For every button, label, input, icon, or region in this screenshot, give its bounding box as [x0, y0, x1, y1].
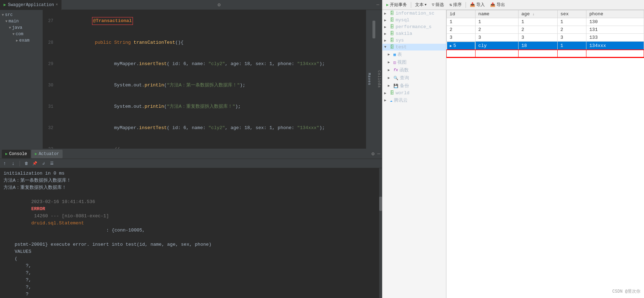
file-exam[interactable]: ▶ exam	[0, 37, 43, 44]
tree-item-queries[interactable]: ▶ 🔍 查询	[382, 74, 446, 82]
cell-sex: 3	[557, 34, 586, 42]
tree-item-test[interactable]: ▼ 🗄 test	[382, 44, 446, 50]
file-main[interactable]: ▼ main	[0, 18, 43, 25]
error-level: ERROR	[31, 206, 45, 212]
colloda-strip[interactable]: Colloda	[376, 10, 382, 149]
cell-sex-selected: 1	[557, 42, 586, 50]
console-output-area: initialization in 0 ms 方法A：第一条数据拆入数据库！ 方…	[0, 168, 379, 298]
col-header-id[interactable]: id	[447, 10, 476, 18]
tree-item-functions[interactable]: ▶ fx 函数	[382, 66, 446, 74]
wrap-btn[interactable]: ↲	[41, 161, 46, 166]
pin-btn[interactable]: 📌	[32, 161, 38, 166]
cell-phone-selected: 134xxx	[586, 42, 644, 50]
import-label: 导入	[476, 2, 485, 8]
data-table: id name age ↓ sex phone	[446, 10, 644, 57]
console-line-q5: ?	[4, 291, 376, 298]
tree-item-tencent[interactable]: ▶ ☁ 腾讯云	[382, 96, 446, 104]
exam-arrow: ▶	[16, 38, 18, 43]
filter-icon-db: ▽	[432, 2, 434, 7]
sort-icon: ⇅	[449, 2, 452, 7]
col-header-name[interactable]: name	[475, 10, 518, 18]
console-tab[interactable]: ▶ Console	[2, 150, 31, 158]
db-icon-sakila: 🗄	[390, 31, 394, 36]
table-row[interactable]: 3 3 3 3 133	[447, 34, 644, 42]
mysql-label: mysql	[396, 17, 409, 23]
header-row: id name age ↓ sex phone	[447, 10, 644, 18]
code-editor[interactable]: 27 @Transactional 28 public String trans…	[43, 10, 376, 149]
line-num-31: 31	[43, 103, 57, 110]
tree-item-information[interactable]: ▶ 🗄 information_sc	[382, 10, 446, 17]
tree-item-performance[interactable]: ▶ 🗄 performance_s	[382, 23, 446, 30]
actuator-tab[interactable]: ▶ Actuator	[31, 150, 63, 158]
begin-transaction-icon: ▶	[386, 2, 389, 7]
console-line-open: (	[4, 255, 376, 262]
table-row[interactable]: 1 1 1 1 130	[447, 18, 644, 26]
import-btn[interactable]: 📥 导入	[468, 1, 487, 9]
col-header-age[interactable]: age ↓	[519, 10, 558, 18]
swagger-tab-close[interactable]: ×	[56, 3, 58, 7]
console-minimize-icon[interactable]: ─	[377, 151, 380, 157]
bottom-console: ▶ Console ▶ Actuator ⚙ ─ ↑ ↓ 🗑 📌 ↲ ☰	[0, 149, 382, 298]
clear-btn[interactable]: 🗑	[23, 161, 29, 166]
cell-name: 1	[475, 18, 518, 26]
tree-item-mysql[interactable]: ▶ 🗄 mysql	[382, 17, 446, 23]
col-header-phone[interactable]: phone	[586, 10, 644, 18]
tree-item-backup[interactable]: ▶ 💾 备份	[382, 82, 446, 90]
text-label: 文本	[415, 2, 424, 8]
col-header-sex[interactable]: sex	[557, 10, 586, 18]
scroll-up-btn[interactable]: ↑	[2, 161, 7, 166]
src-arrow: ▼	[2, 13, 4, 17]
db-icon-test: 🗄	[390, 44, 394, 50]
table-row-selected[interactable]: ▶5 cly 18 1 134xxx	[447, 42, 644, 50]
right-panel: ▶ 开始事务 文本 ▼ ▽ 筛选 ⇅ 排序 📥 导入 📤 导出	[382, 0, 644, 298]
sys-label: sys	[396, 38, 404, 43]
line-num-32: 32	[43, 124, 57, 132]
code-line-28: 28 public String transCationTest(){	[43, 32, 376, 53]
info-arrow: ▶	[384, 11, 388, 16]
table-row-empty[interactable]	[447, 50, 644, 57]
begin-transaction-btn[interactable]: ▶ 开始事务	[384, 1, 409, 9]
transactional-annotation: @Transactional	[92, 17, 133, 25]
db-tree-scroll[interactable]: ▶ 🗄 information_sc ▶ 🗄 mysql ▶ 🗄 perform…	[382, 10, 446, 298]
editor-settings-icon[interactable]: ⚙	[215, 2, 223, 8]
age-sort-icon: ↓	[532, 12, 535, 16]
cell-name: 3	[475, 34, 518, 42]
line-content-28: public String transCationTest(){	[60, 32, 376, 53]
perf-label: performance_s	[396, 24, 431, 30]
swagger-tab-icon: ▶	[4, 2, 6, 7]
file-src[interactable]: ▼ src	[0, 12, 43, 18]
line-num-30: 30	[43, 82, 57, 89]
col-sex-label: sex	[560, 11, 569, 17]
text-btn[interactable]: 文本 ▼	[413, 1, 429, 9]
export-btn[interactable]: 📤 导出	[488, 1, 507, 9]
console-gear-icon[interactable]: ⚙	[371, 151, 374, 157]
console-line-q1: ?,	[4, 262, 376, 270]
filter-btn-db[interactable]: ▽ 筛选	[430, 1, 446, 9]
maven-sidebar[interactable]: Maven	[366, 10, 372, 149]
cell-age-empty	[519, 50, 558, 57]
tree-item-tables[interactable]: ▶ ▦ 表	[382, 50, 446, 58]
code-scrollbar[interactable]	[372, 10, 376, 149]
db-table-area[interactable]: id name age ↓ sex phone	[446, 10, 644, 298]
file-com[interactable]: ▼ com	[0, 31, 43, 37]
tree-item-world[interactable]: ▶ 🗄 world	[382, 90, 446, 96]
cell-name-empty	[475, 50, 518, 57]
editor-tab-swagger[interactable]: ▶ SwaggerApplication ×	[0, 0, 62, 10]
sort-btn[interactable]: ⇅ 排序	[447, 1, 463, 9]
console-line-q3: ?,	[4, 277, 376, 284]
editor-minimize-icon[interactable]: ─	[376, 2, 382, 7]
code-line-31: 31 System.out.println("方法A：重复数据拆入数据库！");	[43, 96, 376, 117]
line-content-27: @Transactional	[57, 10, 376, 32]
console-scrollbar[interactable]	[379, 168, 382, 298]
cell-age: 1	[519, 18, 558, 26]
console-toolbar: ↑ ↓ 🗑 📌 ↲ ☰	[0, 159, 382, 168]
scroll-down-btn[interactable]: ↓	[10, 161, 16, 166]
main-arrow: ▼	[5, 20, 7, 23]
code-line-30: 30 System.out.println("方法A：第一条数据拆入数据库！")…	[43, 75, 376, 96]
file-java[interactable]: ▼ java	[0, 25, 43, 31]
tree-item-views[interactable]: ▶ ◫ 视图	[382, 58, 446, 66]
table-row[interactable]: 2 2 2 2 131	[447, 26, 644, 34]
filter-btn[interactable]: ☰	[49, 161, 55, 166]
tree-item-sys[interactable]: ▶ 🗄 sys	[382, 37, 446, 44]
tree-item-sakila[interactable]: ▶ 🗄 sakila	[382, 30, 446, 37]
